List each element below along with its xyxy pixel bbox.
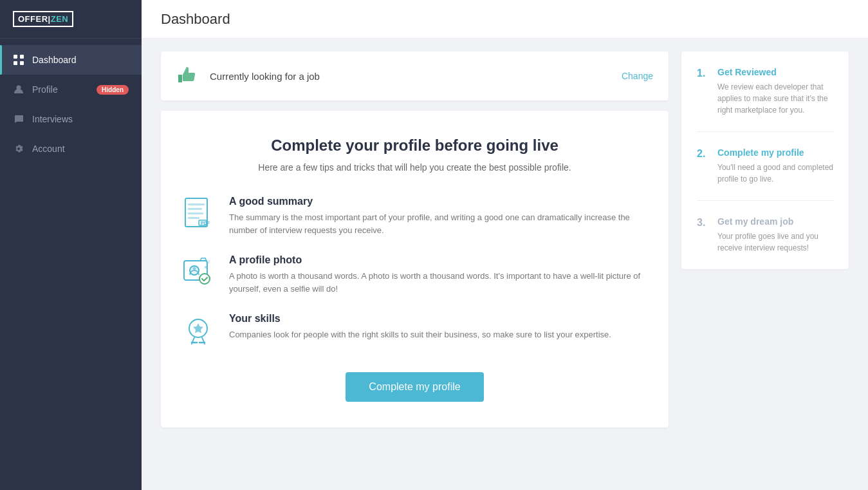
main-column: Currently looking for a job Change Compl… xyxy=(161,52,669,477)
tip-title-summary: A good summary xyxy=(229,196,649,207)
tip-desc-summary: The summary is the most important part o… xyxy=(229,211,649,236)
status-text: Currently looking for a job xyxy=(210,71,320,82)
svg-rect-6 xyxy=(188,203,205,205)
step-title-3: Get my dream job xyxy=(717,216,833,227)
step-content-2: Complete my profile You'll need a good a… xyxy=(717,147,833,185)
logo-offer: OFFER xyxy=(18,14,48,24)
sidebar-item-label-dashboard: Dashboard xyxy=(32,55,129,65)
svg-rect-7 xyxy=(188,208,202,210)
steps-card: 1. Get Reviewed We review each developer… xyxy=(681,52,849,269)
chat-icon xyxy=(13,113,24,125)
svg-point-15 xyxy=(199,274,210,284)
sidebar-item-label-profile: Profile xyxy=(32,84,89,95)
svg-rect-2 xyxy=(14,61,17,65)
step-title-2: Complete my profile xyxy=(717,147,833,158)
step-divider-2 xyxy=(697,200,833,201)
sidebar-item-interviews[interactable]: Interviews xyxy=(0,104,142,134)
step-item-1: 1. Get Reviewed We review each developer… xyxy=(697,67,833,116)
step-divider-1 xyxy=(697,131,833,132)
main-header: Dashboard xyxy=(142,0,868,39)
sidebar-item-profile[interactable]: Profile Hidden xyxy=(0,75,142,104)
logo-zen: ZEN xyxy=(51,14,69,24)
svg-point-16 xyxy=(205,266,207,269)
svg-rect-3 xyxy=(20,61,24,65)
sidebar-item-account[interactable]: Account xyxy=(0,134,142,164)
tip-desc-skills: Companies look for people with the right… xyxy=(229,328,611,341)
step-title-1: Get Reviewed xyxy=(717,67,833,77)
profile-card-title: Complete your profile before going live xyxy=(271,137,559,155)
tip-content-skills: Your skills Companies look for people wi… xyxy=(229,313,611,341)
logo: OFFER|ZEN xyxy=(0,0,142,39)
svg-rect-1 xyxy=(20,55,24,59)
change-link[interactable]: Change xyxy=(622,71,653,81)
svg-rect-8 xyxy=(188,212,203,214)
user-icon xyxy=(13,84,24,95)
tip-item-summary: PDF A good summary The summary is the mo… xyxy=(180,196,649,236)
svg-point-14 xyxy=(193,267,196,270)
tip-content-photo: A profile photo A photo is worth a thous… xyxy=(229,254,649,295)
right-sidebar: 1. Get Reviewed We review each developer… xyxy=(681,52,849,477)
main-content: Dashboard Currently looking for a job Ch… xyxy=(142,0,868,490)
tip-content-summary: A good summary The summary is the most i… xyxy=(229,196,649,236)
svg-rect-0 xyxy=(14,55,17,59)
svg-text:PDF: PDF xyxy=(201,221,210,225)
step-number-1: 1. xyxy=(697,67,710,116)
sidebar-item-dashboard[interactable]: Dashboard xyxy=(0,45,142,75)
page-title: Dashboard xyxy=(161,11,230,28)
profile-hidden-badge: Hidden xyxy=(97,85,129,95)
step-number-2: 2. xyxy=(697,147,710,185)
step-content-3: Get my dream job Your profile goes live … xyxy=(717,216,833,254)
skills-icon xyxy=(180,313,216,349)
step-number-3: 3. xyxy=(697,216,710,254)
status-banner-left: Currently looking for a job xyxy=(176,64,320,88)
step-desc-3: Your profile goes live and you receive i… xyxy=(717,231,833,254)
photo-icon xyxy=(180,254,216,290)
profile-card: Complete your profile before going live … xyxy=(161,111,669,428)
profile-card-subtitle: Here are a few tips and tricks that will… xyxy=(258,162,571,173)
step-item-3: 3. Get my dream job Your profile goes li… xyxy=(697,216,833,254)
tips-list: PDF A good summary The summary is the mo… xyxy=(180,196,649,349)
step-desc-2: You'll need a good and completed profile… xyxy=(717,162,833,185)
tip-title-skills: Your skills xyxy=(229,313,611,325)
tip-item-photo: A profile photo A photo is worth a thous… xyxy=(180,254,649,295)
sidebar: OFFER|ZEN Dashboard Pr xyxy=(0,0,142,490)
sidebar-item-label-interviews: Interviews xyxy=(32,114,129,124)
complete-profile-button[interactable]: Complete my profile xyxy=(346,372,483,402)
gear-icon xyxy=(13,143,24,155)
step-desc-1: We review each developer that applies to… xyxy=(717,81,833,116)
tip-item-skills: Your skills Companies look for people wi… xyxy=(180,313,649,349)
sidebar-item-label-account: Account xyxy=(32,144,129,154)
sidebar-nav: Dashboard Profile Hidden Interviews xyxy=(0,39,142,490)
content-area: Currently looking for a job Change Compl… xyxy=(142,39,868,490)
grid-icon xyxy=(13,54,24,66)
thumbs-up-icon xyxy=(176,64,199,88)
summary-icon: PDF xyxy=(180,196,216,232)
svg-rect-9 xyxy=(188,217,199,219)
tip-desc-photo: A photo is worth a thousand words. A pho… xyxy=(229,270,649,295)
logo-box: OFFER|ZEN xyxy=(13,11,73,28)
step-item-2: 2. Complete my profile You'll need a goo… xyxy=(697,147,833,185)
status-banner: Currently looking for a job Change xyxy=(161,52,669,100)
tip-title-photo: A profile photo xyxy=(229,254,649,266)
step-content-1: Get Reviewed We review each developer th… xyxy=(717,67,833,116)
